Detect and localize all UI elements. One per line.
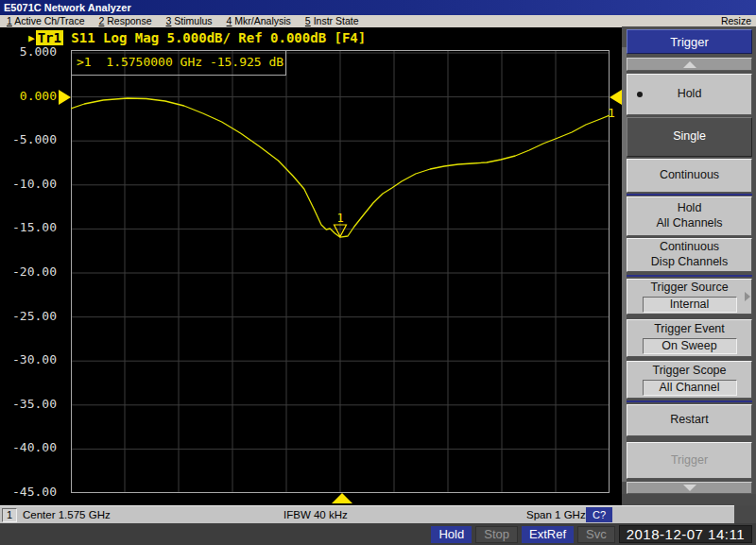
softkey-label: Trigger Source	[650, 281, 728, 296]
marker-readout: >1 1.5750000 GHz -15.925 dB	[71, 50, 286, 76]
extref-indicator: ExtRef	[522, 526, 574, 543]
menu-accel: 4	[227, 15, 232, 26]
softkey-trigger-disabled: Trigger	[627, 442, 752, 479]
channel-number-box: 1	[2, 508, 17, 522]
corner-filler	[734, 505, 756, 523]
y-axis-label-reference: 0.000	[0, 89, 57, 104]
ref-level-indicator-left[interactable]	[59, 90, 71, 105]
softkey-label-line2: Disp Channels	[651, 255, 728, 270]
menu-item-active-ch-trace[interactable]: 1 Active Ch/Trace	[7, 15, 85, 27]
softkey-restart[interactable]: Restart	[627, 404, 752, 436]
softkey-label: Continuous	[660, 240, 719, 255]
softkey-label: Hold	[678, 87, 702, 102]
menu-item-stimulus[interactable]: 3 Stimulus	[166, 15, 213, 27]
menu-item-response[interactable]: 2 Response	[99, 15, 152, 27]
softkey-scroll-up[interactable]	[627, 58, 752, 71]
y-axis-label: -25.00	[0, 309, 57, 324]
softkey-value: On Sweep	[643, 338, 737, 355]
softkey-trigger-event[interactable]: Trigger Event On Sweep	[627, 319, 752, 357]
y-axis-label: -30.00	[0, 352, 57, 367]
channel-status-bar: 1 Center 1.575 GHz IFBW 40 kHz Span 1 GH…	[0, 505, 734, 523]
softkey-group-divider	[627, 400, 752, 402]
softkey-value: All Channel	[643, 380, 737, 397]
y-axis-label: -20.00	[0, 264, 57, 280]
svc-indicator: Svc	[577, 526, 615, 543]
menu-label: Instr State	[314, 15, 359, 26]
menu-item-instr-state[interactable]: 5 Instr State	[305, 15, 359, 27]
menu-accel: 2	[99, 15, 105, 26]
softkey-label: Trigger Scope	[652, 364, 726, 379]
menu-label: Active Ch/Trace	[14, 15, 84, 26]
softkey-group-divider	[627, 194, 752, 196]
scroll-up-icon	[683, 61, 696, 68]
softkey-continuous[interactable]: Continuous	[627, 159, 752, 193]
scroll-down-icon	[683, 485, 696, 491]
ifbw-label: IFBW 40 kHz	[284, 508, 348, 522]
softkey-trigger-source[interactable]: Trigger Source Internal	[627, 279, 752, 315]
marker-number-label: 1	[336, 212, 343, 225]
menu-label: Response	[107, 15, 151, 26]
menu-label: Mkr/Analysis	[234, 15, 291, 26]
title-bar: E5071C Network Analyzer	[0, 0, 756, 15]
submenu-arrow-icon	[745, 292, 750, 301]
window-title: E5071C Network Analyzer	[4, 2, 131, 13]
y-axis-label: -10.00	[0, 177, 57, 192]
softkey-hold-all-channels[interactable]: Hold All Channels	[627, 196, 752, 236]
y-axis-label: -15.00	[0, 220, 57, 235]
softkey-label: Continuous	[660, 168, 719, 183]
softkey-label: Trigger	[671, 453, 708, 468]
softkey-continuous-disp-channels[interactable]: Continuous Disp Channels	[627, 238, 752, 272]
softkey-sidebar: Trigger Hold Single Continuous Hold All …	[622, 26, 756, 523]
trace-id-chip: Tr1	[36, 30, 63, 45]
ref-level-indicator-right	[610, 90, 622, 105]
trace-settings-text: S11 Log Mag 5.000dB/ Ref 0.000dB [F4]	[63, 30, 366, 45]
softkey-label-line2: All Channels	[656, 216, 722, 231]
trace-header[interactable]: ▶ Tr1 S11 Log Mag 5.000dB/ Ref 0.000dB […	[28, 29, 366, 46]
instrument-status-bar: Hold Stop ExtRef Svc 2018-12-07 14:11	[0, 523, 756, 545]
menu-accel: 3	[166, 15, 172, 26]
analyzer-screen: E5071C Network Analyzer 1 Active Ch/Trac…	[0, 0, 756, 545]
graph-plot: 1	[71, 50, 610, 493]
softkey-label: Restart	[670, 413, 708, 428]
y-axis-label: 5.000	[0, 44, 57, 60]
marker-stimulus-indicator[interactable]	[332, 493, 352, 503]
softkey-value: Internal	[643, 297, 737, 314]
softkey-group-divider	[627, 275, 752, 277]
menu-accel: 5	[305, 15, 311, 26]
softkey-hold[interactable]: Hold	[627, 74, 752, 115]
softkey-trigger-scope[interactable]: Trigger Scope All Channel	[627, 361, 752, 399]
softkey-label: Trigger Event	[654, 322, 725, 337]
radio-selected-icon	[637, 92, 643, 97]
active-trace-arrow-icon: ▶	[28, 32, 35, 44]
softkey-single[interactable]: Single	[627, 117, 752, 157]
menu-accel: 1	[7, 15, 12, 26]
menu-item-mkr-analysis[interactable]: 4 Mkr/Analysis	[227, 15, 291, 27]
center-frequency-label: Center 1.575 GHz	[23, 508, 111, 522]
menu-label: Stimulus	[174, 15, 212, 26]
correction-status-badge: C?	[586, 507, 612, 522]
trigger-status-badge: Hold	[431, 526, 472, 543]
y-axis-label: -5.000	[0, 132, 57, 147]
y-axis-label: -35.00	[0, 397, 57, 412]
span-label: Span 1 GHz	[526, 508, 586, 522]
y-axis-label: -45.00	[0, 485, 57, 500]
softkey-menu-title: Trigger	[627, 29, 752, 54]
datetime-display: 2018-12-07 14:11	[619, 525, 752, 543]
softkey-scroll-down[interactable]	[627, 482, 752, 494]
y-axis-label: -40.00	[0, 440, 57, 455]
softkey-label: Single	[673, 129, 706, 145]
softkey-label: Hold	[678, 201, 702, 216]
trace-number-label: 1	[608, 106, 615, 120]
stop-indicator: Stop	[475, 526, 518, 543]
